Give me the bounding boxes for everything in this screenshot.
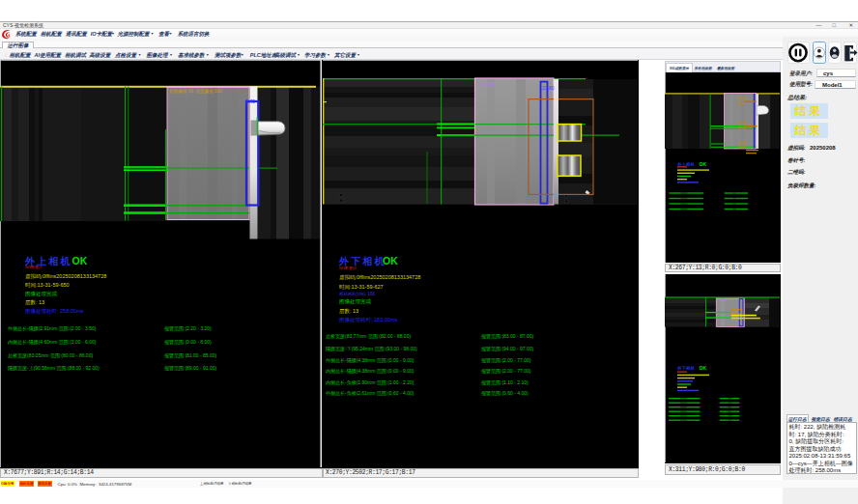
svg-text:OK: OK [700, 161, 707, 167]
svg-text:3.46: 3.46 [245, 98, 255, 104]
svg-text:报警范围:(83.00 - 87.00): 报警范围:(83.00 - 87.00) [481, 333, 534, 340]
svg-text:相机耗时(ms): 166: 相机耗时(ms): 166 [339, 292, 376, 296]
svg-text:外下相机: 外下相机 [338, 256, 386, 266]
svg-text:图像处理耗时: 183.00ms: 图像处理耗时: 183.00ms [339, 317, 397, 323]
svg-text:报警范围:(0.60 - 4.00): 报警范围:(0.60 - 4.00) [481, 390, 529, 397]
svg-text:外侧总长-隔膜(4.38mm 范围:(0.00 - 9.00: 外侧总长-隔膜(4.38mm 范围:(0.00 - 9.00) [326, 357, 415, 364]
svg-text:虚拟码:0fflins20250208133134728: 虚拟码:0fflins20250208133134728 [25, 273, 106, 280]
svg-text:图像处理完成: 图像处理完成 [339, 298, 372, 305]
svg-text:时间:13-31-59-650: 时间:13-31-59-650 [25, 282, 70, 289]
svg-text:外上相机: 外上相机 [677, 161, 696, 167]
svg-text:总极宽度(83.77mm 范围:(82.00 - 88.00: 总极宽度(83.77mm 范围:(82.00 - 88.00) [326, 333, 411, 340]
svg-text:报警范围:(2.00 - 77.00): 报警范围:(2.00 - 77.00) [481, 357, 531, 364]
svg-text:虚拟码:0fflins20250208133134728: 虚拟码:0fflins20250208133134728 [339, 274, 420, 281]
svg-text:报警范围:(81.00 - 85.00): 报警范围:(81.00 - 85.00) [164, 352, 217, 359]
svg-text:23.80: 23.80 [542, 85, 555, 91]
svg-text:报警范围:(1.10 - 2.10): 报警范围:(1.10 - 2.10) [481, 379, 529, 386]
svg-text:图像处理完成: 图像处理完成 [25, 291, 58, 297]
svg-text:OK: OK [383, 255, 398, 266]
svg-text:隔膜宽度-下(95.24mm 范围:(93.00 - 98.: 隔膜宽度-下(95.24mm 范围:(93.00 - 98.00) [326, 346, 417, 352]
svg-text:报警范围:(94.00 - 97.00): 报警范围:(94.00 - 97.00) [481, 346, 534, 352]
svg-text:层数: 13: 层数: 13 [339, 308, 358, 314]
svg-text:AI拉高极: AI拉高极 [478, 82, 496, 87]
svg-text:报警范围:(2.00 - 77.00): 报警范围:(2.00 - 77.00) [481, 368, 531, 375]
svg-text:NG数量(0: NG数量(0 [339, 266, 357, 270]
svg-text:OK: OK [700, 365, 707, 371]
svg-text:内侧总长-隔膜(4.60mm 范围:(3.00 - 6.00: 内侧总长-隔膜(4.60mm 范围:(3.00 - 6.00) [8, 339, 97, 346]
svg-text:总极宽度(83.05mm 范围:(80.00 - 86.00: 总极宽度(83.05mm 范围:(80.00 - 86.00) [8, 352, 93, 359]
svg-text:时间:13-31-59-627: 时间:13-31-59-627 [339, 284, 384, 291]
svg-text:层数: 13: 层数: 13 [25, 299, 44, 305]
svg-text:内侧总长-隔膜(4.38mm 范围:(0.00 - 9.00: 内侧总长-隔膜(4.38mm 范围:(0.00 - 9.00) [326, 368, 415, 375]
svg-text:隔膜宽度-上(90.56mm 范围:(88.00 - 92.: 隔膜宽度-上(90.56mm 范围:(88.00 - 92.00) [8, 365, 100, 372]
svg-text:图像处理耗时: 258.00ms: 图像处理耗时: 258.00ms [25, 308, 83, 315]
svg-text:报警范围:(2.20 - 3.20): 报警范围:(2.20 - 3.20) [164, 325, 212, 332]
svg-text:报警范围:(89.00 - 91.00): 报警范围:(89.00 - 91.00) [164, 365, 217, 372]
svg-text:外侧总长-隔膜(2.91mm 范围:(2.00 - 3.50: 外侧总长-隔膜(2.91mm 范围:(2.00 - 3.50) [8, 325, 97, 332]
svg-text:报警范围:(0.00 - 8.00): 报警范围:(0.00 - 8.00) [164, 339, 212, 346]
svg-text:外下相机: 外下相机 [677, 365, 696, 371]
svg-text:NG数量(T: NG数量(T [25, 265, 43, 269]
svg-text:外侧总长-负极(2.61mm 范围:(0.60 - 4.00: 外侧总长-负极(2.61mm 范围:(0.60 - 4.00) [326, 390, 415, 397]
svg-text:内侧总长-负极(1.90mm 范围:(1.00 - 2.20: 内侧总长-负极(1.90mm 范围:(1.00 - 2.20) [326, 379, 415, 386]
svg-text:OK: OK [72, 255, 88, 266]
